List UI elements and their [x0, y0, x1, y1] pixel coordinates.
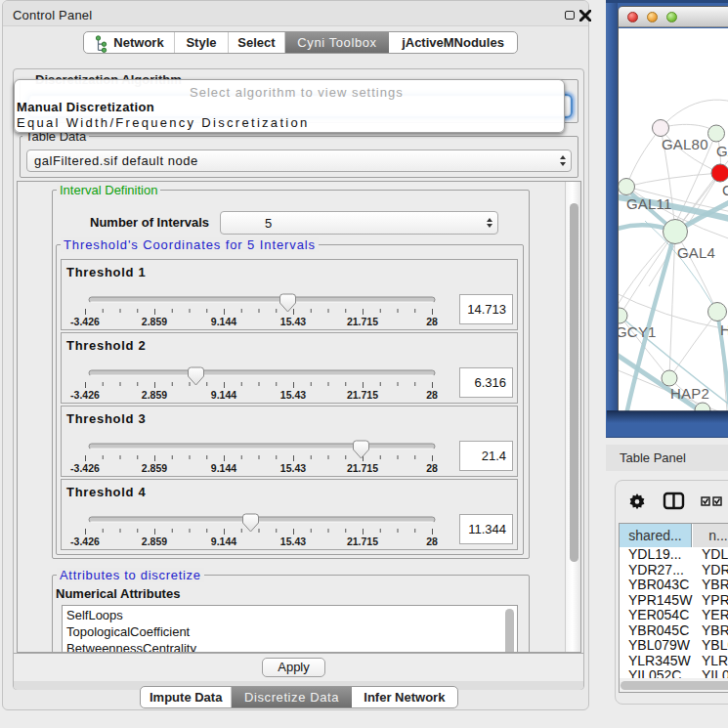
- svg-text:28: 28: [426, 389, 438, 401]
- svg-text:GAL80: GAL80: [662, 136, 708, 152]
- svg-text:-3.426: -3.426: [70, 389, 100, 401]
- svg-text:15.43: 15.43: [280, 535, 306, 547]
- svg-text:9.144: 9.144: [211, 535, 236, 547]
- svg-text:2.859: 2.859: [142, 535, 167, 547]
- svg-text:HA: HA: [720, 321, 728, 338]
- svg-text:21.715: 21.715: [347, 462, 378, 474]
- svg-text:HAP2: HAP2: [670, 385, 709, 402]
- svg-text:21.715: 21.715: [347, 316, 378, 327]
- svg-text:GAL11: GAL11: [626, 195, 672, 212]
- svg-text:2.859: 2.859: [142, 316, 167, 327]
- svg-text:GCY1: GCY1: [619, 323, 657, 340]
- svg-text:9.144: 9.144: [211, 462, 236, 474]
- svg-text:2.859: 2.859: [142, 389, 167, 401]
- svg-text:GA: GA: [716, 143, 728, 159]
- svg-text:21.715: 21.715: [347, 389, 378, 401]
- svg-text:15.43: 15.43: [280, 316, 306, 327]
- svg-text:9.144: 9.144: [211, 316, 236, 327]
- svg-text:2.859: 2.859: [142, 462, 167, 474]
- svg-text:15.43: 15.43: [280, 389, 306, 401]
- svg-text:28: 28: [426, 462, 438, 474]
- svg-text:28: 28: [426, 316, 438, 327]
- svg-text:-3.426: -3.426: [70, 535, 100, 547]
- svg-text:-3.426: -3.426: [70, 462, 100, 474]
- svg-text:GAL4: GAL4: [677, 244, 715, 261]
- svg-text:28: 28: [426, 535, 438, 547]
- svg-text:21.715: 21.715: [347, 535, 378, 547]
- svg-text:-3.426: -3.426: [70, 316, 100, 327]
- svg-text:9.144: 9.144: [211, 389, 236, 401]
- svg-text:15.43: 15.43: [280, 462, 306, 474]
- svg-text:CY: CY: [722, 182, 728, 198]
